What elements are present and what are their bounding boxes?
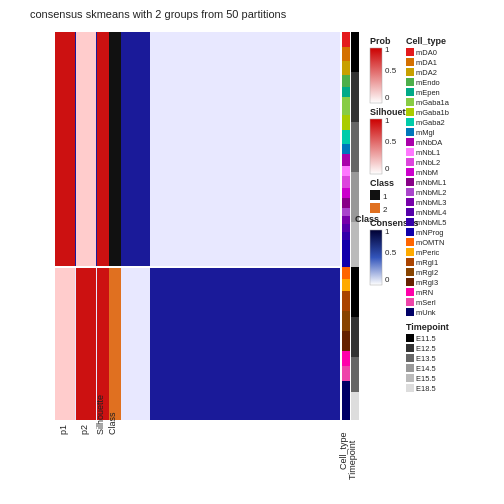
svg-rect-30 bbox=[342, 216, 350, 224]
svg-rect-42 bbox=[351, 32, 359, 420]
svg-rect-123 bbox=[406, 268, 414, 276]
svg-rect-140 bbox=[406, 364, 414, 372]
svg-text:Class: Class bbox=[370, 178, 394, 188]
svg-rect-3 bbox=[55, 267, 150, 420]
svg-rect-59 bbox=[370, 48, 382, 103]
svg-text:E14.5: E14.5 bbox=[416, 364, 436, 373]
svg-rect-71 bbox=[370, 203, 380, 213]
svg-rect-69 bbox=[370, 190, 380, 200]
svg-rect-37 bbox=[342, 311, 350, 331]
svg-text:mNbML3: mNbML3 bbox=[416, 198, 446, 207]
svg-text:Timepoint: Timepoint bbox=[347, 440, 357, 480]
svg-text:1: 1 bbox=[385, 227, 390, 236]
svg-text:mOMTN: mOMTN bbox=[416, 238, 444, 247]
svg-rect-19 bbox=[342, 87, 350, 97]
svg-rect-134 bbox=[406, 334, 414, 342]
svg-rect-14 bbox=[342, 32, 350, 420]
svg-rect-20 bbox=[342, 97, 350, 115]
svg-rect-44 bbox=[351, 72, 359, 122]
svg-rect-23 bbox=[342, 144, 350, 154]
svg-text:Class: Class bbox=[107, 412, 117, 435]
svg-rect-22 bbox=[342, 130, 350, 144]
svg-rect-0 bbox=[55, 32, 340, 420]
svg-rect-85 bbox=[406, 78, 414, 86]
svg-rect-11 bbox=[109, 32, 121, 267]
svg-rect-89 bbox=[406, 98, 414, 106]
svg-rect-91 bbox=[406, 108, 414, 116]
svg-text:mDA0: mDA0 bbox=[416, 48, 437, 57]
svg-text:mNbML5: mNbML5 bbox=[416, 218, 446, 227]
svg-rect-12 bbox=[109, 267, 121, 420]
svg-text:E11.5: E11.5 bbox=[416, 334, 436, 343]
svg-text:0: 0 bbox=[385, 164, 390, 173]
svg-rect-99 bbox=[406, 148, 414, 156]
svg-text:E18.5: E18.5 bbox=[416, 384, 436, 393]
svg-rect-33 bbox=[342, 240, 350, 267]
svg-text:mRgI1: mRgI1 bbox=[416, 258, 438, 267]
svg-text:mDA2: mDA2 bbox=[416, 68, 437, 77]
svg-rect-125 bbox=[406, 278, 414, 286]
svg-rect-47 bbox=[351, 222, 359, 267]
svg-rect-17 bbox=[342, 61, 350, 75]
svg-text:0.5: 0.5 bbox=[385, 66, 397, 75]
svg-text:mGaba1a: mGaba1a bbox=[416, 98, 450, 107]
svg-rect-79 bbox=[406, 48, 414, 56]
svg-text:mNProg: mNProg bbox=[416, 228, 444, 237]
svg-rect-27 bbox=[342, 188, 350, 198]
svg-rect-48 bbox=[351, 267, 359, 317]
svg-rect-144 bbox=[406, 384, 414, 392]
svg-text:0: 0 bbox=[385, 93, 390, 102]
svg-text:1: 1 bbox=[385, 116, 390, 125]
svg-rect-6 bbox=[55, 267, 75, 420]
svg-text:mPeric: mPeric bbox=[416, 248, 440, 257]
svg-text:mRgI2: mRgI2 bbox=[416, 268, 438, 277]
svg-text:mNbM: mNbM bbox=[416, 168, 438, 177]
svg-text:mNbL2: mNbL2 bbox=[416, 158, 440, 167]
svg-text:1: 1 bbox=[385, 45, 390, 54]
svg-rect-2 bbox=[150, 32, 340, 267]
svg-rect-21 bbox=[342, 115, 350, 130]
svg-rect-101 bbox=[406, 158, 414, 166]
svg-rect-103 bbox=[406, 168, 414, 176]
svg-rect-34 bbox=[342, 267, 350, 279]
svg-rect-15 bbox=[342, 32, 350, 47]
svg-rect-39 bbox=[342, 351, 350, 366]
svg-text:Prob: Prob bbox=[370, 36, 391, 46]
svg-text:mGaba2: mGaba2 bbox=[416, 118, 445, 127]
svg-text:mEpen: mEpen bbox=[416, 88, 440, 97]
svg-rect-83 bbox=[406, 68, 414, 76]
svg-rect-138 bbox=[406, 354, 414, 362]
svg-rect-29 bbox=[342, 208, 350, 216]
svg-rect-105 bbox=[406, 178, 414, 186]
svg-text:mUnk: mUnk bbox=[416, 308, 436, 317]
main-container: consensus skmeans with 2 groups from 50 … bbox=[0, 0, 504, 504]
svg-text:1: 1 bbox=[383, 192, 388, 201]
svg-rect-127 bbox=[406, 288, 414, 296]
svg-text:mRgI3: mRgI3 bbox=[416, 278, 438, 287]
svg-rect-136 bbox=[406, 344, 414, 352]
svg-rect-131 bbox=[406, 308, 414, 316]
svg-text:Consensus: Consensus bbox=[370, 218, 419, 228]
svg-rect-115 bbox=[406, 228, 414, 236]
svg-rect-9 bbox=[97, 32, 109, 267]
svg-text:0.5: 0.5 bbox=[385, 248, 397, 257]
svg-rect-8 bbox=[76, 267, 96, 420]
svg-text:mNbML1: mNbML1 bbox=[416, 178, 446, 187]
svg-rect-51 bbox=[351, 392, 359, 420]
svg-text:mEndo: mEndo bbox=[416, 78, 440, 87]
svg-rect-41 bbox=[342, 381, 350, 420]
svg-text:mNbML4: mNbML4 bbox=[416, 208, 446, 217]
svg-rect-32 bbox=[342, 232, 350, 240]
svg-rect-35 bbox=[342, 279, 350, 291]
svg-rect-81 bbox=[406, 58, 414, 66]
svg-text:mDA1: mDA1 bbox=[416, 58, 437, 67]
svg-text:2: 2 bbox=[383, 205, 388, 214]
svg-text:mNbL1: mNbL1 bbox=[416, 148, 440, 157]
svg-rect-25 bbox=[342, 166, 350, 176]
svg-rect-36 bbox=[342, 291, 350, 311]
svg-rect-45 bbox=[351, 122, 359, 172]
svg-rect-113 bbox=[406, 218, 414, 226]
svg-rect-40 bbox=[342, 366, 350, 381]
svg-rect-28 bbox=[342, 198, 350, 208]
svg-rect-109 bbox=[406, 198, 414, 206]
